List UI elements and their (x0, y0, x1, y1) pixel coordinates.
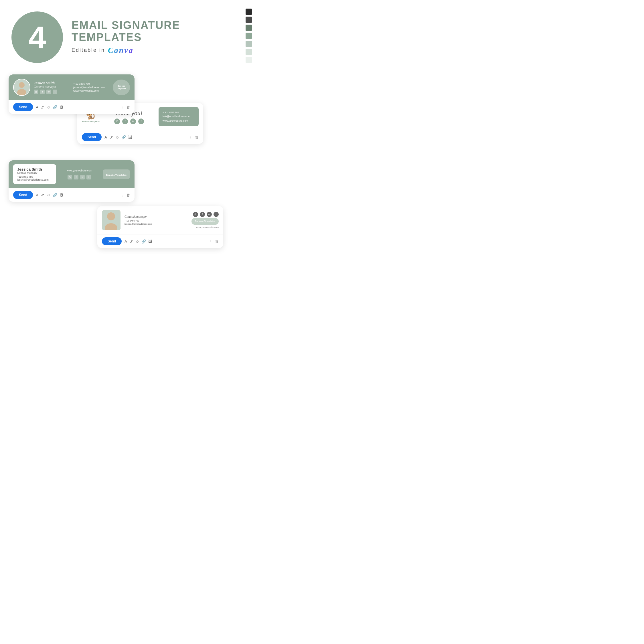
color-swatches (246, 9, 252, 63)
swatch-1 (246, 9, 252, 15)
link-icon[interactable]: 🔗 (53, 105, 57, 109)
link-icon-2[interactable]: 🔗 (121, 135, 126, 139)
swatch-3 (246, 25, 252, 31)
tw-icon: t (138, 118, 144, 124)
social-row-2: ⊙ f w t (114, 118, 144, 124)
swatch-4 (246, 33, 252, 39)
font-icon-3[interactable]: A (36, 193, 38, 197)
toolbar-right-4: ⋮ 🗑 (209, 239, 219, 244)
email-card-1: Jessica Smith General manager ⊙ f w t + … (9, 74, 135, 114)
image-icon-4[interactable]: 🖼 (148, 239, 152, 244)
image-icon-3[interactable]: 🖼 (60, 193, 63, 197)
sig-logo-1: Bonobo Templates (113, 80, 130, 95)
font-icon-2[interactable]: A (104, 135, 107, 139)
send-button-4[interactable]: Send (102, 237, 122, 245)
sig-banner-3: Jessica Smith General manager +12 3456 7… (9, 160, 135, 188)
send-button-3[interactable]: Send (13, 191, 33, 199)
fb-3: f (74, 175, 78, 179)
delete-icon-3[interactable]: 🗑 (126, 193, 130, 197)
contact-box-2: + 12 3456 789 info@emailaddress.com www.… (159, 107, 199, 126)
image-icon[interactable]: 🖼 (60, 105, 63, 109)
photo-4 (102, 210, 120, 230)
attach-icon-2[interactable]: 🖇 (109, 135, 113, 139)
fb-icon: f (122, 118, 128, 124)
toolbar-right-1: ⋮ 🗑 (120, 105, 130, 109)
social-4: ⊙ f w t (193, 212, 219, 217)
delete-icon-4[interactable]: 🗑 (215, 239, 219, 244)
twitter-icon: t (53, 90, 57, 94)
cards-area: Jessica Smith General manager ⊙ f w t + … (0, 66, 258, 258)
wa-3: w (80, 175, 85, 179)
toolbar-3: Send A 🖇 ☺ 🔗 🖼 ⋮ 🗑 (9, 188, 135, 202)
hero-text-block: EMAIL SIGNATURE TEMPLATES Editable in Ca… (72, 19, 180, 55)
number-value: 4 (28, 21, 46, 53)
sig-middle-3: www.yourwebsite.com ⊙ f w t (61, 169, 98, 179)
attach-icon[interactable]: 🖇 (41, 105, 44, 109)
image-icon-2[interactable]: 🖼 (128, 135, 132, 139)
svg-point-1 (19, 82, 25, 88)
emoji-icon-2[interactable]: ☺ (115, 135, 119, 139)
sig-social-1: ⊙ f w t (34, 90, 70, 94)
number-circle: 4 (11, 11, 63, 63)
toolbar-icons-2: A 🖇 ☺ 🔗 🖼 (104, 135, 132, 139)
facebook-icon: f (40, 90, 45, 94)
swatch-5 (246, 41, 252, 47)
email-card-4: General manager + 12 3456 789 jessica@em… (97, 206, 223, 248)
swatch-2 (246, 17, 252, 23)
delete-icon[interactable]: 🗑 (126, 105, 130, 109)
ig-3: ⊙ (68, 175, 72, 179)
sig-name-1: Jessica Smith (34, 81, 70, 85)
hero-section: 4 EMAIL SIGNATURE TEMPLATES Editable in … (0, 0, 258, 69)
toolbar-2: Send A 🖇 ☺ 🔗 🖼 ⋮ 🗑 (77, 130, 203, 144)
link-icon-4[interactable]: 🔗 (141, 239, 146, 244)
sig-logo-3: Bonobo Templates (103, 169, 130, 179)
hero-title: EMAIL SIGNATURE TEMPLATES (72, 19, 180, 44)
sig-contact-1: + 12 3456 789 jessica@emailaddress.com w… (73, 82, 109, 92)
send-button-1[interactable]: Send (13, 103, 33, 111)
link-icon-3[interactable]: 🔗 (53, 193, 57, 197)
avatar-1 (13, 79, 30, 96)
toolbar-icons-4: A 🖇 ☺ 🔗 🖼 (125, 239, 152, 244)
swatch-6 (246, 49, 252, 55)
hero-subtitle: Editable in Canva (72, 46, 180, 55)
toolbar-1: Send A 🖇 ☺ 🔗 🖼 ⋮ 🗑 (9, 100, 135, 114)
wa-icon: w (130, 118, 136, 124)
more-icon-4[interactable]: ⋮ (209, 239, 213, 244)
send-button-2[interactable]: Send (82, 133, 102, 141)
instagram-icon: ⊙ (34, 90, 38, 94)
delete-icon-2[interactable]: 🗑 (195, 135, 199, 139)
canva-label: Canva (108, 46, 134, 55)
toolbar-4: Send A 🖇 ☺ 🔗 🖼 ⋮ 🗑 (97, 234, 223, 248)
svg-point-4 (107, 212, 115, 220)
sig4-right: ⊙ f w t Bonobo Templates www.yourwebsite… (191, 212, 219, 228)
font-icon[interactable]: A (36, 105, 38, 109)
toolbar-icons-1: A 🖇 ☺ 🔗 🖼 (36, 105, 63, 109)
sig-role-1: General manager (34, 85, 70, 88)
sig4-info: General manager + 12 3456 789 jessica@em… (125, 215, 187, 225)
font-icon-4[interactable]: A (125, 239, 127, 244)
email-card-3: Jessica Smith General manager +12 3456 7… (9, 160, 135, 202)
fb-4: f (200, 212, 205, 217)
emoji-icon-3[interactable]: ☺ (47, 193, 50, 197)
tw-4: t (214, 212, 219, 217)
toolbar-right-3: ⋮ 🗑 (120, 193, 130, 197)
swatch-7 (246, 57, 252, 63)
more-icon[interactable]: ⋮ (120, 105, 124, 109)
whatsapp-icon: w (46, 90, 51, 94)
sig-banner-1: Jessica Smith General manager ⊙ f w t + … (9, 74, 135, 100)
emoji-icon[interactable]: ☺ (47, 105, 50, 109)
sig-info-white-3: Jessica Smith General manager +12 3456 7… (13, 164, 56, 184)
logo-pill-4: Bonobo Templates (191, 218, 219, 224)
emoji-icon-4[interactable]: ☺ (135, 239, 139, 244)
social-3: ⊙ f w t (68, 175, 91, 179)
attach-icon-4[interactable]: 🖇 (129, 239, 133, 244)
ig-icon: ⊙ (114, 118, 120, 124)
toolbar-right-2: ⋮ 🗑 (189, 135, 199, 139)
ig-4: ⊙ (193, 212, 198, 217)
more-icon-3[interactable]: ⋮ (120, 193, 124, 197)
tw-3: t (86, 175, 91, 179)
wa-4: w (207, 212, 212, 217)
sig-banner-4: General manager + 12 3456 789 jessica@em… (97, 206, 223, 234)
more-icon-2[interactable]: ⋮ (189, 135, 193, 139)
attach-icon-3[interactable]: 🖇 (41, 193, 44, 197)
